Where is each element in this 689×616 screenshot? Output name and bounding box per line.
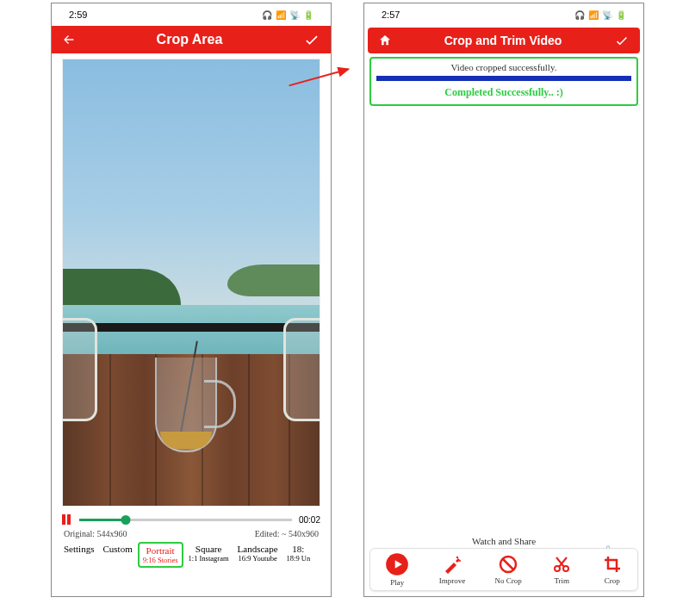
ratio-label: Custom xyxy=(102,544,132,554)
back-icon[interactable] xyxy=(62,33,76,47)
nocrop-button[interactable]: No Crop xyxy=(495,554,522,585)
playback-row: 00:02 xyxy=(52,510,331,529)
ratio-custom[interactable]: Custom xyxy=(99,542,135,556)
phone-right: 2:57 🎧 📶 📡 🔋 Crop and Trim Video Video c… xyxy=(363,3,644,597)
success-box: Video cropped successfully. Completed Su… xyxy=(369,57,638,106)
elapsed-time: 00:02 xyxy=(299,515,320,525)
ratio-landscape[interactable]: Landscape 16:9 Youtube xyxy=(234,542,282,564)
action-label: Crop xyxy=(605,576,620,585)
ratio-more[interactable]: 18: 18:9 Un xyxy=(283,542,314,564)
action-label: Play xyxy=(390,578,404,587)
video-preview-area[interactable] xyxy=(52,53,331,510)
ratio-sub: 1:1 Instagram xyxy=(189,554,229,563)
pause-icon[interactable] xyxy=(62,514,72,525)
play-button[interactable]: Play xyxy=(385,552,409,587)
header-title: Crop Area xyxy=(76,32,303,47)
wifi-icon: 📶 xyxy=(588,10,599,20)
ratio-label: Settings xyxy=(64,544,94,554)
header-bar: Crop and Trim Video xyxy=(368,28,640,53)
ratio-square[interactable]: Square 1:1 Instagram xyxy=(185,542,233,564)
status-icons: 🎧 📶 📡 🔋 xyxy=(262,10,313,20)
edited-dimensions: Edited: ~ 540x960 xyxy=(255,529,319,538)
original-dimensions: Original: 544x960 xyxy=(64,529,127,538)
home-icon[interactable] xyxy=(378,34,392,47)
action-label: Improve xyxy=(439,576,466,585)
battery-icon: 🔋 xyxy=(303,10,313,20)
action-label: No Crop xyxy=(495,576,522,585)
wifi-icon: 📶 xyxy=(276,10,286,20)
cropped-message: Video cropped successfully. xyxy=(376,62,631,72)
ratio-label: 18: xyxy=(292,544,304,554)
aspect-ratio-row: Settings Custom Portrait 9:16 Stories Sq… xyxy=(52,538,331,569)
ratio-label: Portrait xyxy=(146,545,175,556)
ratio-sub: 18:9 Un xyxy=(287,554,311,563)
svg-point-3 xyxy=(459,560,461,562)
ratio-sub: 16:9 Youtube xyxy=(238,554,278,563)
svg-point-2 xyxy=(456,557,458,558)
action-row: Play Improve No Crop Trim Crop xyxy=(369,548,638,591)
headphone-icon: 🎧 xyxy=(574,10,585,20)
signal-icon: 📡 xyxy=(602,10,612,20)
crop-button[interactable]: Crop xyxy=(602,554,623,585)
signal-icon: 📡 xyxy=(289,10,300,20)
ratio-label: Square xyxy=(196,544,222,554)
video-preview xyxy=(62,59,320,507)
status-bar: 2:57 🎧 📶 📡 🔋 xyxy=(364,3,643,26)
headphone-icon: 🎧 xyxy=(262,10,272,20)
trim-button[interactable]: Trim xyxy=(551,554,572,585)
phone-left: 2:59 🎧 📶 📡 🔋 Crop Area xyxy=(51,3,332,597)
improve-button[interactable]: Improve xyxy=(439,554,466,585)
header-title: Crop and Trim Video xyxy=(392,34,614,47)
confirm-icon[interactable] xyxy=(614,33,630,48)
ratio-portrait[interactable]: Portrait 9:16 Stories xyxy=(138,542,183,568)
ratio-label: Landscape xyxy=(238,544,278,554)
status-bar: 2:59 🎧 📶 📡 🔋 xyxy=(52,3,331,26)
completed-message: Completed Successfully.. :) xyxy=(376,86,631,99)
status-time: 2:57 xyxy=(382,9,400,20)
battery-icon: 🔋 xyxy=(616,10,626,20)
dimensions-row: Original: 544x960 Edited: ~ 540x960 xyxy=(52,529,331,538)
action-label: Trim xyxy=(554,576,569,585)
status-icons: 🎧 📶 📡 🔋 xyxy=(574,10,626,20)
progress-bar xyxy=(376,76,631,81)
svg-line-5 xyxy=(503,559,513,569)
ratio-sub: 9:16 Stories xyxy=(143,556,178,564)
header-bar: Crop Area xyxy=(52,26,331,53)
watch-share-label: Watch and Share xyxy=(364,536,643,546)
confirm-icon[interactable] xyxy=(303,31,320,48)
status-time: 2:59 xyxy=(69,9,87,20)
seek-slider[interactable] xyxy=(79,519,292,521)
ratio-settings[interactable]: Settings xyxy=(60,542,97,556)
